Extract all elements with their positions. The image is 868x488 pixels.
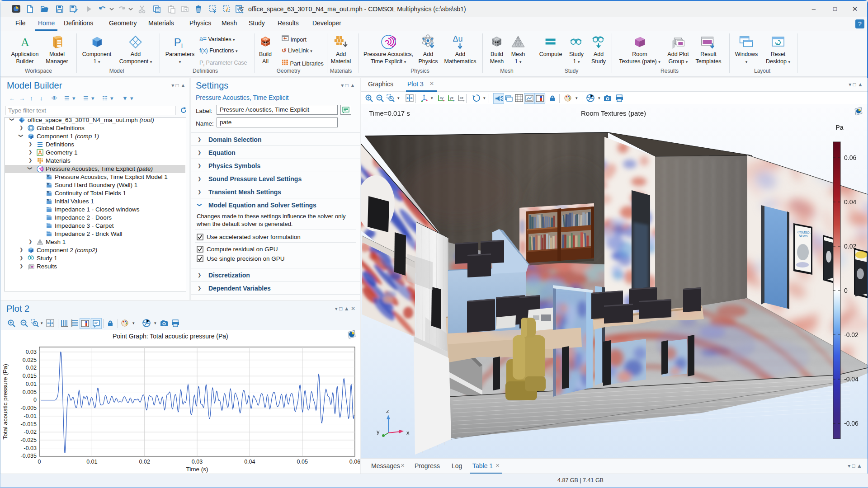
svg-text:0.02: 0.02: [26, 365, 37, 371]
svg-text:-0.04: -0.04: [844, 375, 859, 383]
svg-text:-0.03: -0.03: [24, 445, 37, 451]
svg-text:0: 0: [844, 287, 848, 294]
svg-text:0.06: 0.06: [349, 459, 360, 465]
svg-text:0.01: 0.01: [26, 381, 37, 387]
svg-text:Pa: Pa: [835, 124, 843, 131]
svg-text:D: D: [47, 199, 49, 202]
svg-text:-0.005: -0.005: [21, 405, 37, 411]
svg-text:0.02: 0.02: [139, 459, 150, 465]
svg-text:0.015: 0.015: [23, 373, 37, 379]
svg-text:0.03: 0.03: [26, 349, 37, 355]
svg-text:0.01: 0.01: [86, 459, 97, 465]
svg-text:Δu: Δu: [453, 34, 463, 43]
svg-text:0: 0: [38, 459, 41, 465]
svg-text:-0.02: -0.02: [24, 429, 37, 435]
svg-text:Time (s): Time (s): [186, 466, 208, 473]
svg-text:Time=0.017 s: Time=0.017 s: [369, 109, 410, 117]
svg-text:z: z: [386, 408, 389, 414]
svg-text:D: D: [47, 183, 49, 185]
svg-text:0.02: 0.02: [844, 243, 856, 250]
svg-text:-0.06: -0.06: [844, 420, 859, 427]
svg-text:D: D: [47, 174, 49, 177]
svg-text:0.04: 0.04: [244, 459, 255, 465]
svg-text:y: y: [377, 428, 380, 435]
svg-text:xy: xy: [440, 96, 443, 100]
svg-text:0.03: 0.03: [192, 459, 203, 465]
svg-text:0.005: 0.005: [23, 389, 37, 395]
svg-text:A: A: [21, 36, 29, 49]
svg-text:Room Textures (pate): Room Textures (pate): [581, 109, 646, 117]
svg-text:x: x: [406, 429, 410, 436]
svg-text:NEWS: NEWS: [799, 234, 808, 238]
svg-text:0.05: 0.05: [297, 459, 308, 465]
svg-text:D: D: [47, 191, 49, 193]
svg-text:Total acoustic pressure (Pa): Total acoustic pressure (Pa): [2, 364, 9, 439]
svg-text:yz: yz: [450, 96, 453, 100]
svg-text:-0.025: -0.025: [21, 437, 37, 443]
svg-text:-0.015: -0.015: [21, 421, 37, 427]
svg-text:0.025: 0.025: [23, 357, 37, 363]
svg-text:0.06: 0.06: [844, 154, 856, 161]
svg-text:P: P: [174, 36, 181, 48]
svg-text:0: 0: [33, 397, 37, 403]
svg-text:0.04: 0.04: [844, 198, 856, 206]
svg-text:xz: xz: [460, 96, 463, 100]
svg-text:i: i: [181, 42, 183, 49]
svg-text:-0.02: -0.02: [844, 331, 859, 338]
svg-text:-0.01: -0.01: [24, 413, 37, 419]
svg-text:-0.035: -0.035: [21, 453, 37, 459]
